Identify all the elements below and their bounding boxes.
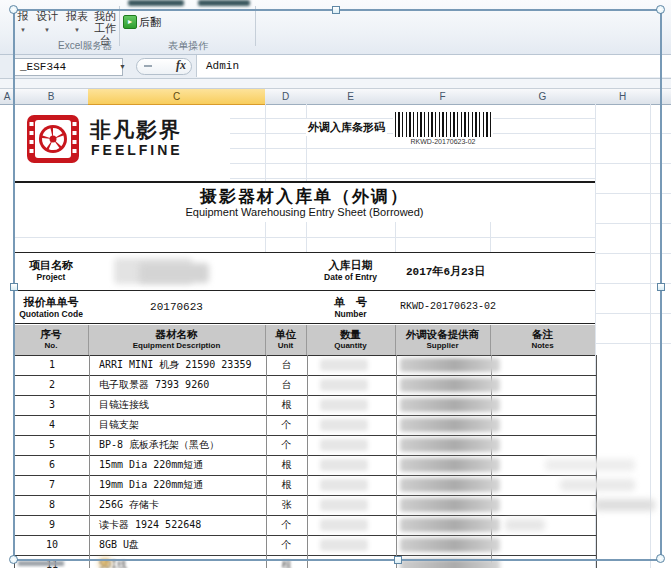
supplier-redacted xyxy=(400,398,500,412)
table-body: 1ARRI MINI 机身 21590 23359台 2电子取景器 7393 9… xyxy=(14,355,597,568)
col-header-B[interactable]: B xyxy=(14,88,89,105)
col-header-F[interactable]: F xyxy=(395,88,491,105)
barcode-label: 外调入库条形码 xyxy=(306,119,387,136)
number-value: RKWD-20170623-02 xyxy=(400,301,496,312)
th-qty: 数量Quantity xyxy=(306,328,395,351)
selection-handle-bottom-mid[interactable] xyxy=(394,556,402,564)
number-label-en: Number xyxy=(306,309,395,319)
feelfine-logo: 非凡影界 FEELFINE xyxy=(26,112,226,168)
qty-redacted xyxy=(320,439,368,451)
table-row[interactable]: 8256G 存储卡张 xyxy=(15,495,596,516)
feelfine-logo-icon xyxy=(26,114,80,164)
th-no: 序号No. xyxy=(14,328,88,351)
name-box[interactable]: _ESF344 xyxy=(13,58,123,76)
name-box-dropdown-icon[interactable]: ▼ xyxy=(119,63,126,70)
quotation-label-en: Quotation Code xyxy=(14,309,88,319)
excel-window: 报 ▼ 设计 ▼ 报表 ▼ 我的工作台 ▸ 后翻 Excel服务器 表单操作 _… xyxy=(0,0,671,568)
barcode-code: RKWD-20170623-02 xyxy=(393,138,493,145)
qty-redacted xyxy=(320,419,368,431)
supplier-redacted xyxy=(400,438,500,452)
selection-handle-mid-left[interactable] xyxy=(10,283,18,291)
table-row[interactable]: 5BP-8 底板承托架（黑色）个 xyxy=(15,435,596,456)
table-row[interactable]: 615mm Dia 220mm短通根 xyxy=(15,455,596,476)
gridline xyxy=(306,103,307,181)
ribbon-group-separator xyxy=(119,6,120,46)
info-row-divider xyxy=(14,290,595,291)
qty-redacted xyxy=(320,399,368,411)
ribbon-dropdown-label: 报表 xyxy=(66,10,88,22)
ribbon-dropdown-design[interactable]: 设计 ▼ xyxy=(34,10,60,36)
collapsed-buttons-dash xyxy=(144,65,152,67)
col-header-D[interactable]: D xyxy=(265,88,307,105)
chevron-down-icon: ▼ xyxy=(20,27,26,33)
gridline xyxy=(14,237,595,238)
th-supplier: 外调设备提供商Supplier xyxy=(395,328,490,351)
back-flip-button[interactable]: 后翻 xyxy=(139,15,161,30)
date-value: 2017年6月23日 xyxy=(406,264,485,279)
table-row-partial[interactable]: 11 SDI线 根 xyxy=(15,555,596,568)
th-notes: 备注Notes xyxy=(490,328,595,351)
notes-redacted xyxy=(560,479,635,491)
selection-handle-bottom-right[interactable] xyxy=(656,554,665,563)
formula-bar-row: _ESF344 ▼ fx Admin xyxy=(0,55,671,79)
col-header-C-selected[interactable]: C xyxy=(88,88,266,105)
notes-redacted xyxy=(545,459,635,471)
ribbon-group-separator xyxy=(255,6,256,46)
chevron-down-icon: ▼ xyxy=(74,27,80,33)
qty-redacted xyxy=(320,539,368,551)
selection-handle-top-left[interactable] xyxy=(9,5,18,14)
supplier-redacted xyxy=(400,518,500,532)
date-label: 入库日期 Date of Entry xyxy=(306,259,395,282)
gridline xyxy=(306,222,307,252)
table-row[interactable]: 9读卡器 1924 522648个 xyxy=(15,515,596,536)
doc-subtitle: Equipment Warehousing Entry Sheet (Borro… xyxy=(14,206,595,218)
project-value-redacted xyxy=(139,263,209,283)
ribbon-dropdown-report[interactable]: 报 ▼ xyxy=(14,10,32,36)
formula-bar-strip xyxy=(0,79,671,88)
supplier-redacted xyxy=(400,378,500,392)
project-label-en: Project xyxy=(14,272,88,282)
ribbon-dropdown-label: 设计 xyxy=(36,10,58,22)
sheet-tab-cutoff xyxy=(18,561,64,566)
cut-toolbar-button[interactable] xyxy=(128,0,184,6)
table-header: 序号No. 器材名称Equipment Description 单位Unit 数… xyxy=(14,325,595,356)
cut-toolbar-button[interactable] xyxy=(198,0,250,6)
th-name: 器材名称Equipment Description xyxy=(88,328,265,351)
barcode-image xyxy=(395,112,491,137)
gridline xyxy=(230,163,595,164)
date-label-en: Date of Entry xyxy=(306,272,395,282)
col-header-H[interactable]: H xyxy=(595,88,651,105)
selection-handle-top-right[interactable] xyxy=(656,5,665,14)
table-row[interactable]: 108GB U盘个 xyxy=(15,535,596,556)
table-row[interactable]: 2电子取景器 7393 9260台 xyxy=(15,375,596,396)
selection-handle-top-mid[interactable] xyxy=(332,6,340,14)
table-row[interactable]: 719mm Dia 220mm短通根 xyxy=(15,475,596,496)
selection-handle-mid-right[interactable] xyxy=(657,283,665,291)
table-row[interactable]: 3目镜连接线根 xyxy=(15,395,596,416)
qty-redacted xyxy=(320,519,368,531)
col-header-E[interactable]: E xyxy=(306,88,396,105)
qty-redacted xyxy=(320,459,368,471)
supplier-redacted xyxy=(400,538,500,552)
table-row[interactable]: 1ARRI MINI 机身 21590 23359台 xyxy=(15,355,596,376)
col-header-G[interactable]: G xyxy=(490,88,596,105)
ribbon-dropdown-reports[interactable]: 报表 ▼ xyxy=(64,10,90,36)
selection-border-bottom xyxy=(13,559,661,561)
title-block: 摄影器材入库单（外调） Equipment Warehousing Entry … xyxy=(14,183,595,222)
ribbon-dropdown-label: 报 xyxy=(18,10,29,22)
qty-redacted xyxy=(320,479,368,491)
selection-handle-bottom-left[interactable] xyxy=(9,555,18,564)
fx-icon[interactable]: fx xyxy=(176,58,186,73)
gridline xyxy=(230,178,595,179)
info-box[interactable]: 项目名称 Project 入库日期 Date of Entry 2017年6月2… xyxy=(14,252,595,324)
formula-input[interactable]: Admin xyxy=(196,55,671,77)
table-row[interactable]: 4目镜支架个 xyxy=(15,415,596,436)
supplier-redacted xyxy=(400,478,500,492)
gridline xyxy=(490,222,491,252)
barcode-block: RKWD-20170623-02 xyxy=(393,110,493,148)
gridline xyxy=(265,103,266,181)
number-label-cn: 单 号 xyxy=(306,296,395,309)
notes-redacted xyxy=(595,499,655,511)
qty-redacted xyxy=(320,499,368,511)
project-label: 项目名称 Project xyxy=(14,259,88,282)
